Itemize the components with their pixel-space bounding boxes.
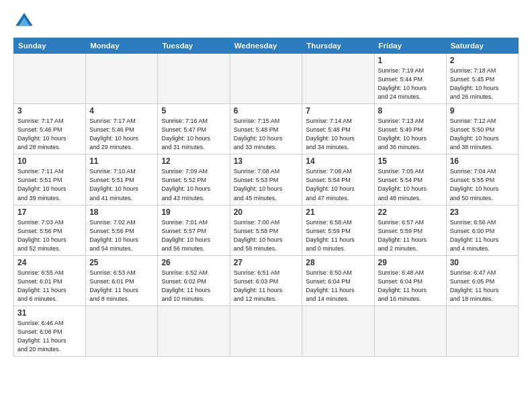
day-number: 7 <box>306 106 370 116</box>
calendar-cell: 1Sunrise: 7:19 AMSunset: 5:44 PMDaylight… <box>374 54 446 104</box>
day-info: Sunrise: 7:05 AMSunset: 5:54 PMDaylight:… <box>378 167 443 202</box>
calendar-cell <box>446 306 518 356</box>
day-info: Sunrise: 7:08 AMSunset: 5:53 PMDaylight:… <box>234 167 299 202</box>
week-row-4: 17Sunrise: 7:03 AMSunset: 5:56 PMDayligh… <box>14 205 519 255</box>
day-number: 6 <box>234 106 299 116</box>
calendar-cell: 28Sunrise: 6:50 AMSunset: 6:04 PMDayligh… <box>302 255 374 306</box>
day-info: Sunrise: 7:06 AMSunset: 5:54 PMDaylight:… <box>306 167 370 202</box>
calendar-cell: 5Sunrise: 7:16 AMSunset: 5:47 PMDaylight… <box>158 104 230 154</box>
calendar-cell: 27Sunrise: 6:51 AMSunset: 6:03 PMDayligh… <box>230 255 302 306</box>
calendar: SundayMondayTuesdayWednesdayThursdayFrid… <box>13 38 519 357</box>
day-number: 22 <box>378 208 443 217</box>
weekday-header-friday: Friday <box>374 38 446 54</box>
calendar-cell: 17Sunrise: 7:03 AMSunset: 5:56 PMDayligh… <box>14 205 86 255</box>
day-info: Sunrise: 7:19 AMSunset: 5:44 PMDaylight:… <box>378 66 443 101</box>
day-info: Sunrise: 7:17 AMSunset: 5:46 PMDaylight:… <box>17 117 82 152</box>
weekday-header-sunday: Sunday <box>14 38 86 54</box>
day-number: 19 <box>161 208 226 217</box>
calendar-cell: 25Sunrise: 6:53 AMSunset: 6:01 PMDayligh… <box>86 255 158 306</box>
calendar-cell: 24Sunrise: 6:55 AMSunset: 6:01 PMDayligh… <box>14 255 86 306</box>
calendar-cell <box>374 306 446 356</box>
calendar-cell: 13Sunrise: 7:08 AMSunset: 5:53 PMDayligh… <box>230 154 302 205</box>
day-number: 15 <box>378 156 443 166</box>
calendar-cell: 11Sunrise: 7:10 AMSunset: 5:51 PMDayligh… <box>86 154 158 205</box>
calendar-cell <box>86 54 158 104</box>
header <box>13 11 519 32</box>
calendar-cell: 9Sunrise: 7:12 AMSunset: 5:50 PMDaylight… <box>446 104 518 154</box>
calendar-cell: 30Sunrise: 6:47 AMSunset: 6:05 PMDayligh… <box>446 255 518 306</box>
week-row-6: 31Sunrise: 6:46 AMSunset: 6:06 PMDayligh… <box>14 306 519 356</box>
day-info: Sunrise: 7:16 AMSunset: 5:47 PMDaylight:… <box>161 117 226 152</box>
calendar-cell <box>158 54 230 104</box>
weekday-header-thursday: Thursday <box>302 38 374 54</box>
calendar-cell: 6Sunrise: 7:15 AMSunset: 5:48 PMDaylight… <box>230 104 302 154</box>
day-info: Sunrise: 7:12 AMSunset: 5:50 PMDaylight:… <box>450 117 515 152</box>
day-number: 5 <box>161 106 226 116</box>
calendar-cell <box>230 54 302 104</box>
calendar-cell: 19Sunrise: 7:01 AMSunset: 5:57 PMDayligh… <box>158 205 230 255</box>
day-number: 26 <box>161 258 226 267</box>
day-info: Sunrise: 7:10 AMSunset: 5:51 PMDaylight:… <box>89 167 154 202</box>
day-number: 24 <box>17 258 82 267</box>
page: SundayMondayTuesdayWednesdayThursdayFrid… <box>0 0 532 363</box>
day-number: 4 <box>89 106 154 116</box>
calendar-cell <box>302 306 374 356</box>
calendar-cell: 29Sunrise: 6:48 AMSunset: 6:04 PMDayligh… <box>374 255 446 306</box>
day-info: Sunrise: 7:18 AMSunset: 5:45 PMDaylight:… <box>450 66 515 101</box>
calendar-cell: 4Sunrise: 7:17 AMSunset: 5:46 PMDaylight… <box>86 104 158 154</box>
day-number: 20 <box>234 208 299 217</box>
day-info: Sunrise: 7:13 AMSunset: 5:49 PMDaylight:… <box>378 117 443 152</box>
calendar-cell <box>86 306 158 356</box>
calendar-cell: 10Sunrise: 7:11 AMSunset: 5:51 PMDayligh… <box>14 154 86 205</box>
day-info: Sunrise: 6:58 AMSunset: 5:59 PMDaylight:… <box>306 218 370 253</box>
day-number: 2 <box>450 56 515 65</box>
day-number: 14 <box>306 156 370 166</box>
calendar-cell: 26Sunrise: 6:52 AMSunset: 6:02 PMDayligh… <box>158 255 230 306</box>
day-info: Sunrise: 7:04 AMSunset: 5:55 PMDaylight:… <box>450 167 515 202</box>
calendar-cell: 14Sunrise: 7:06 AMSunset: 5:54 PMDayligh… <box>302 154 374 205</box>
day-info: Sunrise: 6:53 AMSunset: 6:01 PMDaylight:… <box>89 269 154 304</box>
calendar-cell: 8Sunrise: 7:13 AMSunset: 5:49 PMDaylight… <box>374 104 446 154</box>
day-info: Sunrise: 7:11 AMSunset: 5:51 PMDaylight:… <box>17 167 82 202</box>
weekday-header-wednesday: Wednesday <box>230 38 302 54</box>
calendar-cell: 23Sunrise: 6:56 AMSunset: 6:00 PMDayligh… <box>446 205 518 255</box>
day-number: 29 <box>378 258 443 267</box>
day-number: 18 <box>89 208 154 217</box>
day-number: 3 <box>17 106 82 116</box>
day-info: Sunrise: 6:50 AMSunset: 6:04 PMDaylight:… <box>306 269 370 304</box>
day-number: 1 <box>378 56 443 65</box>
calendar-cell <box>230 306 302 356</box>
calendar-cell <box>302 54 374 104</box>
day-info: Sunrise: 7:09 AMSunset: 5:52 PMDaylight:… <box>161 167 226 202</box>
day-info: Sunrise: 7:15 AMSunset: 5:48 PMDaylight:… <box>234 117 299 152</box>
weekday-header-saturday: Saturday <box>446 38 518 54</box>
day-number: 9 <box>450 106 515 116</box>
week-row-5: 24Sunrise: 6:55 AMSunset: 6:01 PMDayligh… <box>14 255 519 306</box>
day-info: Sunrise: 6:52 AMSunset: 6:02 PMDaylight:… <box>161 269 226 304</box>
day-number: 13 <box>234 156 299 166</box>
day-number: 10 <box>17 156 82 166</box>
day-number: 23 <box>450 208 515 217</box>
day-info: Sunrise: 7:01 AMSunset: 5:57 PMDaylight:… <box>161 218 226 253</box>
week-row-3: 10Sunrise: 7:11 AMSunset: 5:51 PMDayligh… <box>14 154 519 205</box>
calendar-cell: 18Sunrise: 7:02 AMSunset: 5:56 PMDayligh… <box>86 205 158 255</box>
calendar-cell: 21Sunrise: 6:58 AMSunset: 5:59 PMDayligh… <box>302 205 374 255</box>
weekday-header-row: SundayMondayTuesdayWednesdayThursdayFrid… <box>14 38 519 54</box>
day-info: Sunrise: 6:47 AMSunset: 6:05 PMDaylight:… <box>450 269 515 304</box>
day-info: Sunrise: 6:48 AMSunset: 6:04 PMDaylight:… <box>378 269 443 304</box>
calendar-cell <box>14 54 86 104</box>
day-number: 25 <box>89 258 154 267</box>
day-number: 31 <box>17 308 82 318</box>
day-info: Sunrise: 6:55 AMSunset: 6:01 PMDaylight:… <box>17 269 82 304</box>
day-info: Sunrise: 6:57 AMSunset: 5:59 PMDaylight:… <box>378 218 443 253</box>
calendar-cell: 3Sunrise: 7:17 AMSunset: 5:46 PMDaylight… <box>14 104 86 154</box>
day-number: 30 <box>450 258 515 267</box>
week-row-2: 3Sunrise: 7:17 AMSunset: 5:46 PMDaylight… <box>14 104 519 154</box>
day-number: 21 <box>306 208 370 217</box>
calendar-cell: 12Sunrise: 7:09 AMSunset: 5:52 PMDayligh… <box>158 154 230 205</box>
day-info: Sunrise: 6:51 AMSunset: 6:03 PMDaylight:… <box>234 269 299 304</box>
week-row-1: 1Sunrise: 7:19 AMSunset: 5:44 PMDaylight… <box>14 54 519 104</box>
calendar-cell: 7Sunrise: 7:14 AMSunset: 5:48 PMDaylight… <box>302 104 374 154</box>
calendar-cell: 22Sunrise: 6:57 AMSunset: 5:59 PMDayligh… <box>374 205 446 255</box>
day-number: 28 <box>306 258 370 267</box>
